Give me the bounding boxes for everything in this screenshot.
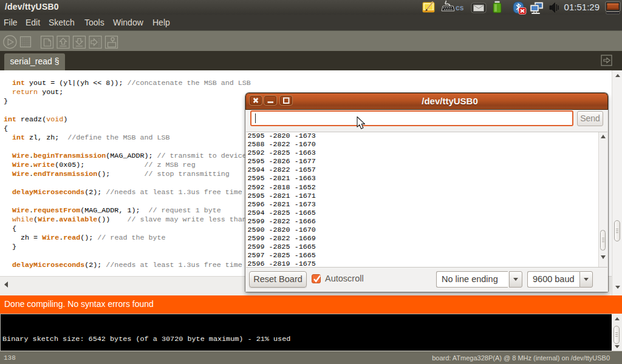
svg-text:cs: cs xyxy=(456,4,464,12)
